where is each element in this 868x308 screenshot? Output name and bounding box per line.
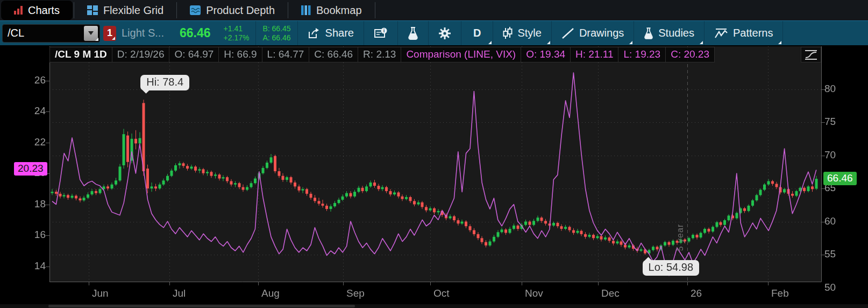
- toolbar-separator: [782, 21, 783, 45]
- studies-label: Studies: [658, 27, 694, 39]
- symbol-dropdown-button[interactable]: [84, 26, 98, 41]
- drawings-button[interactable]: Drawings: [552, 21, 634, 45]
- scale-mode-button[interactable]: [801, 47, 821, 62]
- symbol-value: /CL: [3, 27, 84, 39]
- style-label: Style: [517, 27, 541, 39]
- alerts-badge[interactable]: 1: [103, 26, 116, 41]
- patterns-icon: [714, 27, 728, 39]
- tab-bookmap-label: Bookmap: [316, 4, 362, 17]
- product-depth-icon: [190, 5, 201, 15]
- last-price: 66.46: [177, 26, 217, 40]
- candlestick-icon: [503, 27, 513, 40]
- bookmap-icon: [301, 5, 311, 15]
- svg-text:i: i: [383, 28, 385, 33]
- tab-separator: [375, 2, 375, 18]
- tab-product-depth-label: Product Depth: [206, 4, 275, 17]
- share-button[interactable]: Share: [298, 21, 364, 45]
- news-button[interactable]: i: [364, 21, 397, 45]
- thinkorswim-window: Charts Flexible Grid Product Depth Bookm…: [0, 0, 868, 308]
- tab-product-depth[interactable]: Product Depth: [177, 0, 288, 20]
- alerts-count: 1: [107, 27, 112, 39]
- share-label: Share: [325, 27, 354, 39]
- change-percent: +2.17%: [224, 33, 250, 43]
- share-icon: [308, 27, 321, 39]
- price-change: +1.41 +2.17%: [217, 24, 256, 43]
- charts-icon: [14, 6, 23, 15]
- drawings-label: Drawings: [579, 27, 624, 39]
- news-icon: i: [374, 27, 388, 39]
- timeframe-button[interactable]: D: [461, 21, 493, 45]
- gear-icon: [438, 27, 451, 40]
- tab-flexible-grid-label: Flexible Grid: [103, 4, 163, 17]
- change-value: +1.41: [224, 24, 250, 33]
- tab-charts[interactable]: Charts: [1, 1, 73, 20]
- scale-curve-icon: [803, 49, 819, 61]
- patterns-button[interactable]: Patterns: [705, 21, 782, 45]
- symbol-input[interactable]: /CL: [2, 24, 100, 43]
- studies-button[interactable]: Studies: [634, 21, 704, 45]
- workspace-tab-bar: Charts Flexible Grid Product Depth Bookm…: [0, 0, 868, 20]
- tab-flexible-grid[interactable]: Flexible Grid: [74, 0, 176, 20]
- flask-icon: [408, 27, 418, 40]
- tab-bookmap[interactable]: Bookmap: [288, 0, 375, 20]
- analyze-button[interactable]: [398, 21, 428, 45]
- settings-button[interactable]: [429, 21, 461, 45]
- price-chart[interactable]: [0, 45, 868, 308]
- tab-charts-label: Charts: [28, 4, 60, 17]
- trendline-icon: [561, 27, 574, 39]
- bid-ask: B: 66.45 A: 66.46: [256, 24, 297, 43]
- ask-value: A: 66.46: [262, 33, 290, 43]
- chart-toolbar: /CL 1 Light S... 66.46 +1.41 +2.17% B: 6…: [0, 20, 868, 45]
- flexible-grid-icon: [87, 5, 98, 15]
- studies-flask-icon: [644, 27, 653, 40]
- timeframe-label: D: [473, 27, 481, 39]
- patterns-label: Patterns: [733, 27, 773, 39]
- symbol-description: Light S...: [122, 27, 177, 39]
- bid-value: B: 66.45: [262, 24, 290, 33]
- style-button[interactable]: Style: [493, 21, 551, 45]
